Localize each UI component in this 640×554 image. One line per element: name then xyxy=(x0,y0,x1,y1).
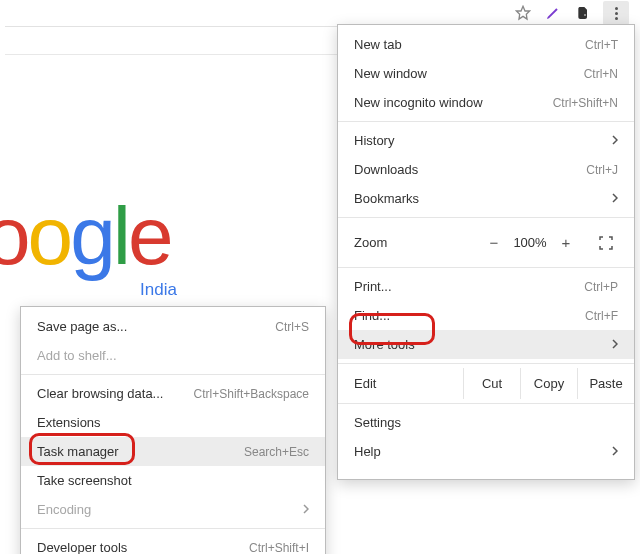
menu-label: Settings xyxy=(354,415,618,430)
menu-shortcut: Ctrl+F xyxy=(585,309,618,323)
menu-shortcut: Ctrl+Shift+N xyxy=(553,96,618,110)
zoom-in-button[interactable]: + xyxy=(554,234,578,251)
logo-letter: g xyxy=(70,190,113,281)
extension-pen-icon[interactable] xyxy=(543,3,563,23)
more-tools-submenu: Save page as... Ctrl+S Add to shelf... C… xyxy=(20,306,326,554)
menu-shortcut: Ctrl+S xyxy=(275,320,309,334)
menu-shortcut: Ctrl+P xyxy=(584,280,618,294)
menu-label: Downloads xyxy=(354,162,586,177)
browser-toolbar xyxy=(5,0,635,27)
menu-shortcut: Ctrl+T xyxy=(585,38,618,52)
submenu-item-task-manager[interactable]: Task manager Search+Esc xyxy=(21,437,325,466)
menu-item-bookmarks[interactable]: Bookmarks xyxy=(338,184,634,213)
logo-letter: e xyxy=(128,190,171,281)
menu-label: Encoding xyxy=(37,502,295,517)
browser-main-menu: New tab Ctrl+T New window Ctrl+N New inc… xyxy=(337,24,635,480)
edit-paste-button[interactable]: Paste xyxy=(577,368,634,399)
fullscreen-icon[interactable] xyxy=(594,236,618,250)
menu-shortcut: Ctrl+J xyxy=(586,163,618,177)
menu-item-history[interactable]: History xyxy=(338,126,634,155)
menu-label: Take screenshot xyxy=(37,473,309,488)
bookmark-star-icon[interactable] xyxy=(513,3,533,23)
submenu-item-clear-browsing[interactable]: Clear browsing data... Ctrl+Shift+Backsp… xyxy=(21,379,325,408)
submenu-item-take-screenshot[interactable]: Take screenshot xyxy=(21,466,325,495)
submenu-item-add-to-shelf: Add to shelf... xyxy=(21,341,325,370)
menu-label: Task manager xyxy=(37,444,244,459)
menu-label: History xyxy=(354,133,604,148)
menu-shortcut: Ctrl+Shift+Backspace xyxy=(194,387,309,401)
zoom-out-button[interactable]: − xyxy=(482,234,506,251)
chevron-right-icon xyxy=(612,444,618,459)
menu-label: Developer tools xyxy=(37,540,249,554)
chevron-right-icon xyxy=(612,191,618,206)
menu-label: New incognito window xyxy=(354,95,553,110)
menu-label: New window xyxy=(354,66,584,81)
menu-item-more-tools[interactable]: More tools xyxy=(338,330,634,359)
google-logo: oogle xyxy=(0,195,171,277)
menu-label: Help xyxy=(354,444,604,459)
menu-label: Zoom xyxy=(354,235,482,250)
logo-letter: o xyxy=(0,190,28,281)
svg-point-1 xyxy=(584,14,586,16)
menu-item-find[interactable]: Find... Ctrl+F xyxy=(338,301,634,330)
edit-cut-button[interactable]: Cut xyxy=(463,368,520,399)
menu-item-help[interactable]: Help xyxy=(338,437,634,471)
submenu-item-extensions[interactable]: Extensions xyxy=(21,408,325,437)
menu-item-new-window[interactable]: New window Ctrl+N xyxy=(338,59,634,88)
browser-menu-button[interactable] xyxy=(603,1,629,25)
chevron-right-icon xyxy=(303,502,309,517)
submenu-item-encoding: Encoding xyxy=(21,495,325,524)
chevron-right-icon xyxy=(612,133,618,148)
menu-label: Add to shelf... xyxy=(37,348,309,363)
page-divider xyxy=(5,54,345,55)
menu-label: Bookmarks xyxy=(354,191,604,206)
menu-label: Extensions xyxy=(37,415,309,430)
svg-marker-0 xyxy=(516,6,529,19)
menu-label: New tab xyxy=(354,37,585,52)
menu-shortcut: Ctrl+N xyxy=(584,67,618,81)
menu-item-downloads[interactable]: Downloads Ctrl+J xyxy=(338,155,634,184)
menu-label: Print... xyxy=(354,279,584,294)
menu-label: Clear browsing data... xyxy=(37,386,194,401)
menu-label: More tools xyxy=(354,337,604,352)
logo-letter: o xyxy=(28,190,71,281)
submenu-item-developer-tools[interactable]: Developer tools Ctrl+Shift+I xyxy=(21,533,325,554)
menu-shortcut: Search+Esc xyxy=(244,445,309,459)
submenu-item-save-as[interactable]: Save page as... Ctrl+S xyxy=(21,307,325,341)
menu-item-print[interactable]: Print... Ctrl+P xyxy=(338,272,634,301)
google-country-label: India xyxy=(140,280,177,300)
menu-item-settings[interactable]: Settings xyxy=(338,408,634,437)
menu-label: Edit xyxy=(354,376,463,391)
edit-copy-button[interactable]: Copy xyxy=(520,368,577,399)
zoom-value: 100% xyxy=(506,235,554,250)
logo-letter: l xyxy=(113,190,128,281)
menu-item-new-incognito[interactable]: New incognito window Ctrl+Shift+N xyxy=(338,88,634,117)
extension-evernote-icon[interactable] xyxy=(573,3,593,23)
menu-label: Find... xyxy=(354,308,585,323)
menu-shortcut: Ctrl+Shift+I xyxy=(249,541,309,555)
chevron-right-icon xyxy=(612,337,618,352)
menu-item-new-tab[interactable]: New tab Ctrl+T xyxy=(338,25,634,59)
menu-edit-row: Edit Cut Copy Paste xyxy=(338,368,634,399)
menu-zoom-row: Zoom − 100% + xyxy=(338,222,634,263)
menu-label: Save page as... xyxy=(37,319,275,334)
